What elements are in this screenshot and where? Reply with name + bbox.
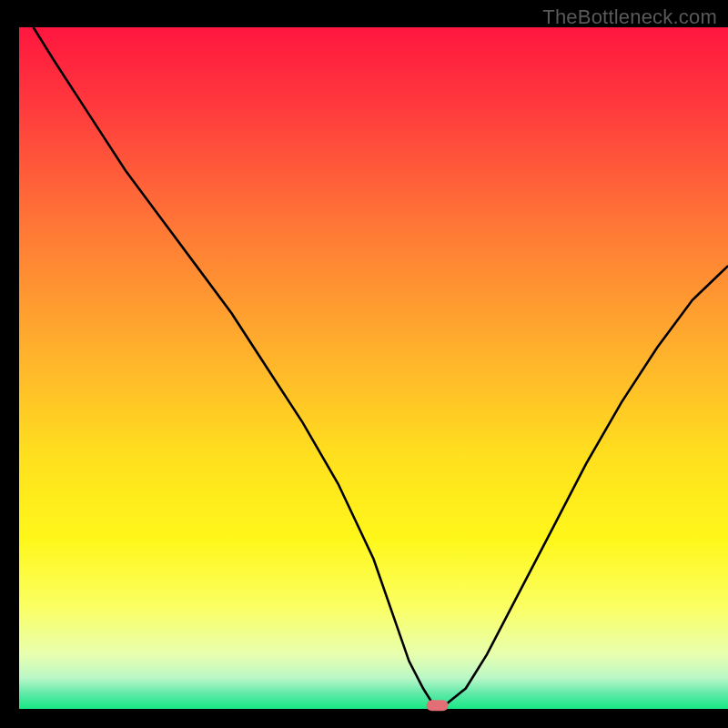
plot-background bbox=[19, 27, 728, 709]
optimal-marker bbox=[427, 700, 449, 711]
watermark-text: TheBottleneck.com bbox=[542, 5, 717, 29]
bottleneck-chart bbox=[0, 0, 728, 728]
chart-frame: { "watermark": "TheBottleneck.com", "cha… bbox=[0, 0, 728, 728]
